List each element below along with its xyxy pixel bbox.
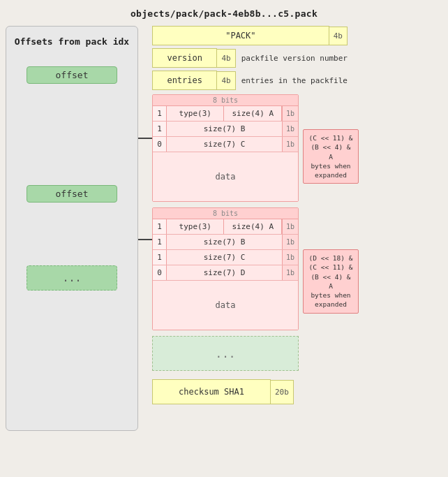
obj2-row4: 0 size(7) D 1b (153, 265, 298, 281)
obj2-row3-content: size(7) C (167, 250, 282, 265)
obj2-row2-badge: 1b (282, 235, 298, 249)
sidebar-title: Offsets from pack idx (15, 36, 129, 47)
version-row: version 4b packfile version number (152, 48, 348, 68)
version-size: 4b (217, 49, 235, 68)
obj2-row3-badge: 1b (282, 250, 298, 265)
obj2-row4-content: size(7) D (167, 265, 282, 280)
pack-row: "PACK" 4b (152, 26, 348, 45)
version-cell: version (152, 48, 217, 68)
obj1-row2-badge: 1b (282, 122, 298, 136)
obj2-row1-type: type(3) (167, 219, 224, 234)
full-container: objects/pack/pack-4eb8b...c5.pack Offset… (0, 0, 448, 431)
obj1-row3-bit: 0 (153, 137, 167, 152)
pack-size: 4b (329, 27, 348, 45)
obj1-row1-bit: 1 (153, 106, 167, 121)
entries-size: 4b (217, 71, 235, 90)
obj1-row1-type: type(3) (167, 106, 224, 121)
obj1-row1: 1 type(3) size(4) A 1b (153, 106, 298, 122)
page-title: objects/pack/pack-4eb8b...c5.pack (0, 0, 448, 26)
obj2-row1-bit: 1 (153, 219, 167, 234)
entries-cell: entries (152, 71, 217, 90)
checksum-size: 20b (271, 380, 294, 404)
obj1-data-cell: data (153, 152, 298, 201)
offset-box-1: offset (27, 66, 117, 84)
offset-box-2: offset (27, 185, 117, 203)
sidebar: Offsets from pack idx offset offset ... (6, 26, 138, 431)
obj2-row3-bit: 1 (153, 250, 167, 265)
obj1-annotation: (C << 11) &(B << 4) &Abytes whenexpanded (303, 129, 359, 184)
diagram: "PACK" 4b version 4b packfile version nu… (138, 26, 448, 404)
object1-wrapper: 8 bits 1 type(3) size(4) A 1b 1 size(7) … (145, 94, 359, 205)
dots-section: ... (152, 336, 299, 371)
obj1-row3-badge: 1b (282, 137, 298, 152)
obj1-row1-size: size(4) A (224, 106, 281, 121)
obj2-data-cell: data (153, 281, 298, 330)
obj1-data-row: data (153, 152, 298, 201)
entries-row: entries 4b entries in the packfile (152, 71, 348, 90)
obj2-bits-header: 8 bits (153, 208, 298, 219)
obj2-row4-bit: 0 (153, 265, 167, 280)
obj2-row3: 1 size(7) C 1b (153, 250, 298, 265)
pack-cell: "PACK" (152, 26, 329, 45)
sidebar-dots: ... (27, 265, 117, 291)
checksum-cell: checksum SHA1 (152, 379, 271, 404)
object2-section: 8 bits 1 type(3) size(4) A 1b 1 size(7) … (152, 207, 299, 330)
obj2-row2-content: size(7) B (167, 235, 282, 249)
entries-note: entries in the packfile (241, 76, 348, 85)
obj2-row2-bit: 1 (153, 235, 167, 249)
obj2-row1: 1 type(3) size(4) A 1b (153, 219, 298, 235)
main-layout: Offsets from pack idx offset offset ... … (0, 26, 448, 431)
obj2-annotation-text: (D << 18) &(C << 11) &(B << 4) &Abytes w… (309, 254, 353, 308)
header-section: "PACK" 4b version 4b packfile version nu… (152, 26, 348, 90)
obj1-row2-content: size(7) B (167, 122, 282, 136)
version-note: packfile version number (241, 54, 348, 63)
obj2-data-row: data (153, 281, 298, 330)
obj2-row4-badge: 1b (282, 265, 298, 280)
checksum-row: checksum SHA1 20b (152, 379, 294, 404)
obj2-row1-size: size(4) A (224, 219, 281, 234)
obj2-annotation: (D << 18) &(C << 11) &(B << 4) &Abytes w… (303, 249, 359, 314)
obj2-row1-badge: 1b (282, 219, 298, 234)
obj1-row1-badge: 1b (282, 106, 298, 121)
object2-wrapper: 8 bits 1 type(3) size(4) A 1b 1 size(7) … (145, 207, 359, 333)
dots-label: ... (216, 347, 236, 360)
obj1-row2-bit: 1 (153, 122, 167, 136)
object1-section: 8 bits 1 type(3) size(4) A 1b 1 size(7) … (152, 94, 299, 202)
obj1-bits-header: 8 bits (153, 95, 298, 106)
obj1-row3-content: size(7) C (167, 137, 282, 152)
obj1-annotation-text: (C << 11) &(B << 4) &Abytes whenexpanded (309, 134, 353, 179)
obj1-row3: 0 size(7) C 1b (153, 137, 298, 152)
obj1-row2: 1 size(7) B 1b (153, 122, 298, 137)
obj2-row2: 1 size(7) B 1b (153, 235, 298, 250)
